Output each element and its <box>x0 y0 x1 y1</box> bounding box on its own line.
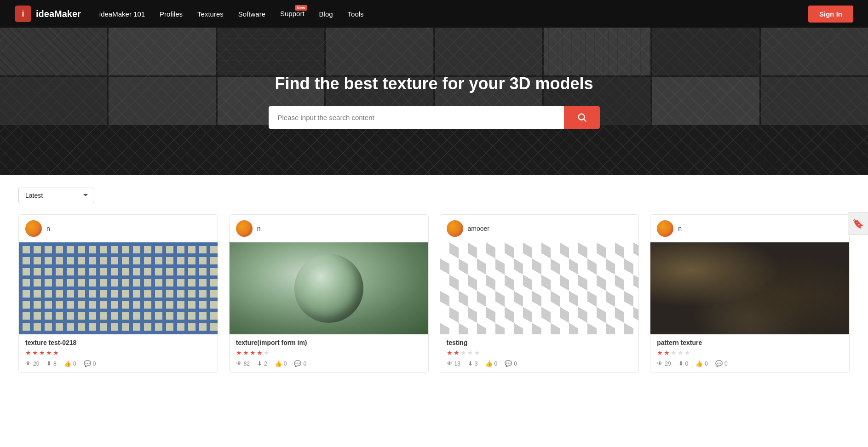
card-title-3: testing <box>447 339 632 346</box>
comment-icon-4: 💬 <box>715 360 723 367</box>
svg-point-0 <box>578 114 584 120</box>
sort-select[interactable]: Latest Popular Most Downloaded <box>18 188 94 203</box>
star-1: ★ <box>657 349 663 356</box>
like-icon-3: 👍 <box>485 360 493 367</box>
logo-text: ideaMaker <box>36 9 81 19</box>
star-4: ★ <box>46 349 52 356</box>
filter-row: Latest Popular Most Downloaded <box>18 188 850 203</box>
texture-image-2 <box>230 242 428 334</box>
card-info-2: texture(import form im) ★ ★ ★ ★ ★ 👁 82 ⬇ <box>230 334 428 372</box>
card-header-4: n <box>650 215 849 242</box>
card-header-3: amooer <box>440 215 639 242</box>
texture-card-4[interactable]: n pattern texture ★ ★ ★ ★ ★ 👁 29 <box>650 214 850 373</box>
nav-item-support[interactable]: Support <box>280 10 305 17</box>
nav-item-support-wrapper[interactable]: Support New <box>280 10 305 18</box>
meta-comments-3: 💬 0 <box>505 360 517 367</box>
likes-count-4: 0 <box>705 361 708 367</box>
meta-likes-1: 👍 0 <box>64 360 76 367</box>
tile-15 <box>652 77 759 125</box>
card-stars-3: ★ ★ ★ ★ ★ <box>447 349 632 356</box>
card-info-1: texture test-0218 ★ ★ ★ ★ ★ 👁 20 ⬇ 8 <box>19 334 218 372</box>
card-title-4: pattern texture <box>657 339 843 346</box>
navbar: i ideaMaker ideaMaker 101 Profiles Textu… <box>0 0 868 28</box>
meta-downloads-1: ⬇ 8 <box>46 360 57 367</box>
tile-16 <box>761 77 868 125</box>
comments-count-1: 0 <box>93 361 96 367</box>
hero-title: Find the best texture for your 3D models <box>275 74 593 93</box>
comment-icon-2: 💬 <box>294 360 301 367</box>
search-input[interactable] <box>269 106 564 129</box>
nav-item-textures[interactable]: Textures <box>197 10 224 18</box>
meta-comments-2: 💬 0 <box>294 360 306 367</box>
avatar-3 <box>447 220 463 237</box>
nav-item-ideamaker101[interactable]: ideaMaker 101 <box>99 10 145 18</box>
nav-item-blog[interactable]: Blog <box>319 10 333 18</box>
tile-7 <box>652 28 759 75</box>
sign-in-button[interactable]: Sign In <box>808 6 853 23</box>
texture-image-1 <box>19 242 218 334</box>
downloads-count-1: 8 <box>53 361 57 367</box>
star-4: ★ <box>257 349 263 356</box>
download-icon-4: ⬇ <box>678 360 684 367</box>
texture-card-3[interactable]: amooer testing ★ ★ ★ ★ ★ 👁 13 <box>440 214 639 373</box>
star-1: ★ <box>236 349 242 356</box>
meta-likes-2: 👍 0 <box>275 360 287 367</box>
star-1: ★ <box>447 349 453 356</box>
nav-item-profiles[interactable]: Profiles <box>160 10 183 18</box>
tile-1 <box>0 28 107 75</box>
logo[interactable]: i ideaMaker <box>15 6 81 22</box>
avatar-1 <box>25 220 42 237</box>
new-badge: New <box>295 5 307 11</box>
star-4-empty: ★ <box>678 349 684 356</box>
tile-4 <box>326 28 433 75</box>
nav-item-software[interactable]: Software <box>238 10 265 18</box>
username-1: n <box>46 225 50 232</box>
download-icon-2: ⬇ <box>257 360 262 367</box>
eye-icon-4: 👁 <box>657 360 663 367</box>
downloads-count-4: 0 <box>685 361 689 367</box>
texture-card-2[interactable]: n texture(import form im) ★ ★ ★ ★ ★ 👁 82 <box>229 214 429 373</box>
logo-icon: i <box>15 6 31 22</box>
meta-views-1: 👁 20 <box>25 360 39 367</box>
eye-icon-3: 👁 <box>447 360 453 367</box>
meta-downloads-2: ⬇ 2 <box>257 360 267 367</box>
hero-tiles <box>0 28 868 175</box>
star-3: ★ <box>250 349 256 356</box>
bookmark-sidebar-button[interactable]: 🔖 <box>848 212 868 235</box>
texture-image-3 <box>440 242 639 334</box>
comments-count-2: 0 <box>303 361 306 367</box>
tile-2 <box>109 28 215 75</box>
tile-6 <box>544 28 650 75</box>
star-5-empty: ★ <box>684 349 690 356</box>
eye-icon-2: 👁 <box>236 360 242 367</box>
meta-downloads-4: ⬇ 0 <box>678 360 689 367</box>
star-4-empty: ★ <box>467 349 473 356</box>
card-info-3: testing ★ ★ ★ ★ ★ 👁 13 ⬇ 3 <box>440 334 639 372</box>
views-count-1: 20 <box>33 361 39 367</box>
likes-count-2: 0 <box>284 361 287 367</box>
star-5-empty: ★ <box>264 349 270 356</box>
tile-8 <box>761 28 868 75</box>
tile-10 <box>109 77 215 125</box>
meta-views-3: 👁 13 <box>447 360 460 367</box>
avatar-4 <box>657 220 673 237</box>
texture-card-1[interactable]: n texture test-0218 ★ ★ ★ ★ ★ 👁 20 <box>18 214 218 373</box>
card-meta-2: 👁 82 ⬇ 2 👍 0 💬 0 <box>236 360 422 367</box>
texture-grid: n texture test-0218 ★ ★ ★ ★ ★ 👁 20 <box>18 214 850 373</box>
username-3: amooer <box>468 225 489 232</box>
meta-downloads-3: ⬇ 3 <box>468 360 478 367</box>
views-count-3: 13 <box>454 361 460 367</box>
star-2: ★ <box>664 349 670 356</box>
comment-icon-1: 💬 <box>84 360 91 367</box>
nav-item-tools[interactable]: Tools <box>348 10 364 18</box>
tile-9 <box>0 77 107 125</box>
search-button[interactable] <box>564 106 600 129</box>
star-3: ★ <box>39 349 45 356</box>
star-3-empty: ★ <box>671 349 677 356</box>
star-5: ★ <box>53 349 59 356</box>
like-icon-1: 👍 <box>64 360 71 367</box>
eye-icon-1: 👁 <box>25 360 31 367</box>
comment-icon-3: 💬 <box>505 360 512 367</box>
tile-5 <box>435 28 542 75</box>
search-icon <box>577 112 587 122</box>
